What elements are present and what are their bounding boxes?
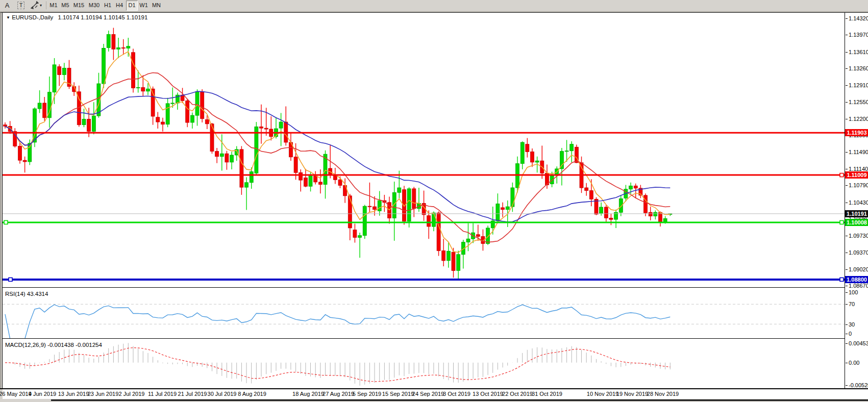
candle-body [117, 48, 120, 49]
candle-body [437, 213, 440, 250]
candle-body [560, 152, 563, 169]
timeframe-button-m1[interactable]: M1 [48, 1, 59, 10]
axis-tick [846, 185, 848, 186]
candle-body [264, 128, 268, 129]
candle-body [398, 188, 401, 192]
timeframe-button-w1[interactable]: W1 [138, 1, 149, 10]
price-badge: 1.10008 [845, 219, 868, 226]
axis-tick [846, 253, 848, 253]
candle-body [565, 151, 568, 152]
candle-body [496, 204, 500, 221]
candle-body [127, 46, 130, 48]
candle-body [294, 157, 297, 173]
price-tick-label: 1.12550 [849, 99, 868, 106]
symbol-dropdown-icon: ▼ [6, 15, 10, 20]
candle-body [132, 53, 135, 88]
date-label: 4 Jun 2019 [29, 391, 56, 397]
date-label: 11 Jul 2019 [148, 391, 177, 397]
arrow-annotation-tool-button[interactable]: A [2, 1, 12, 10]
date-label: 3 Oct 2019 [443, 391, 470, 397]
timeframe-button-h4[interactable]: H4 [114, 1, 125, 10]
moving-average-13 [5, 73, 670, 242]
axis-tick [846, 324, 848, 325]
terminal-window: A T ▾ M1M5M15M30H1H4D1W1MN [0, 0, 868, 402]
text-tool-button[interactable]: T [15, 1, 27, 10]
axis-tick [846, 286, 848, 286]
timeframe-button-m30[interactable]: M30 [87, 1, 101, 10]
price-tick-label: 1.10430 [849, 199, 868, 206]
price-tick-label: 1.13970 [849, 32, 868, 38]
candle-body [215, 152, 219, 157]
axis-tick [846, 269, 848, 270]
candle-body [250, 172, 253, 183]
candle-body [195, 92, 199, 115]
candle-body [141, 87, 145, 91]
price-chart-canvas[interactable] [3, 13, 845, 287]
timeframe-button-d1[interactable]: D1 [126, 1, 138, 11]
axis-tick [846, 292, 848, 293]
axis-tick [846, 385, 848, 386]
axis-tick [846, 85, 848, 86]
date-label: 13 Jun 2019 [58, 391, 89, 397]
window-bottom-edge [0, 399, 868, 402]
candle-body [585, 188, 588, 191]
candle-body [654, 212, 657, 216]
candle-body [58, 67, 61, 75]
candle-body [304, 178, 307, 187]
candle-body [112, 35, 115, 49]
candle-body [23, 160, 27, 162]
candle-body [210, 124, 214, 152]
date-label: 5 Sep 2019 [353, 391, 381, 397]
move-arrows-icon [31, 1, 39, 9]
candle-body [240, 149, 243, 187]
time-axis[interactable]: 26 May 20194 Jun 201913 Jun 201923 Jun 2… [3, 389, 845, 399]
candle-body [457, 255, 460, 271]
line-handle[interactable] [840, 220, 844, 224]
candle-body [526, 144, 529, 152]
line-handle[interactable] [4, 220, 8, 224]
timeframe-button-m5[interactable]: M5 [60, 1, 70, 10]
candle-body [535, 161, 539, 162]
candle-body [353, 230, 357, 238]
date-label: 19 Nov 2019 [616, 391, 648, 397]
candle-body [171, 103, 175, 104]
candle-body [378, 200, 381, 211]
price-tick-label: 1.09370 [849, 249, 868, 256]
candle-body [121, 48, 125, 48]
candle-body [570, 144, 574, 151]
line-handle[interactable] [840, 173, 844, 177]
rsi-indicator-label: RSI(14) 43.4314 [5, 291, 48, 297]
rsi-tick-label: 100 [849, 289, 858, 296]
date-label: 15 Sep 2019 [382, 391, 414, 397]
time-axis-corner [845, 389, 868, 399]
line-handle[interactable] [9, 278, 12, 281]
price-axis[interactable]: 1.143201.139701.136101.132601.129101.125… [845, 13, 868, 388]
candle-body [255, 127, 258, 173]
timeframe-button-mn[interactable]: MN [151, 1, 162, 10]
candle-body [92, 116, 95, 132]
candle-body [373, 207, 377, 210]
candle-body [432, 213, 435, 227]
macd-chart-canvas[interactable] [3, 340, 845, 388]
axis-tick [846, 18, 848, 19]
price-tick-label: 1.11490 [849, 149, 868, 156]
rsi-tick-label: 30 [849, 321, 855, 328]
macd-indicator-label: MACD(12,26,9) -0.001438 -0.001254 [5, 342, 102, 348]
price-tick-label: 1.09020 [849, 266, 868, 273]
date-label: 24 Sep 2019 [412, 391, 444, 397]
candle-body [161, 122, 164, 124]
rsi-line [5, 305, 670, 338]
date-label: 22 Oct 2019 [502, 391, 533, 397]
cursor-tool-button[interactable]: ▾ [29, 1, 44, 10]
axis-tick [846, 343, 848, 344]
axis-tick [846, 35, 848, 35]
candle-body [466, 239, 470, 242]
candle-body [28, 143, 32, 162]
timeframe-button-m15[interactable]: M15 [72, 1, 86, 10]
rsi-chart-canvas[interactable] [3, 289, 845, 338]
candle-body [614, 212, 618, 219]
line-handle[interactable] [840, 278, 844, 281]
timeframe-button-h1[interactable]: H1 [103, 1, 113, 10]
candle-body [201, 92, 204, 119]
candle-body [225, 154, 229, 162]
